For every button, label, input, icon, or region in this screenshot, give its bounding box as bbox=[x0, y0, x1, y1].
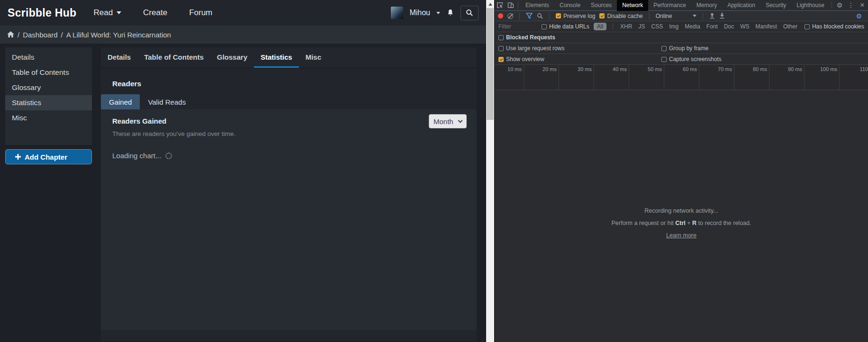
filter-type-xhr[interactable]: XHR bbox=[619, 23, 633, 30]
scrollbar-thumb[interactable] bbox=[487, 8, 494, 120]
avatar[interactable] bbox=[391, 7, 403, 19]
filter-input[interactable]: Filter bbox=[498, 23, 537, 30]
scribblehub-site: Scribble Hub Read Create Forum Mihou bbox=[0, 0, 486, 342]
recording-line: Recording network activity... bbox=[495, 205, 868, 217]
blocked-requests-checkbox[interactable]: Blocked Requests bbox=[498, 34, 555, 41]
capture-screenshots-checkbox[interactable]: Capture screenshots bbox=[661, 56, 722, 63]
sidebar-item-details[interactable]: Details bbox=[5, 50, 92, 65]
subtab-valid-reads[interactable]: Valid Reads bbox=[140, 94, 194, 109]
home-icon[interactable] bbox=[7, 31, 14, 38]
filter-type-other[interactable]: Other bbox=[782, 23, 798, 30]
timeline-tick: 30 ms bbox=[559, 65, 594, 90]
readers-section-title: Readers bbox=[112, 80, 477, 88]
add-chapter-button[interactable]: Add Chapter bbox=[5, 149, 92, 164]
sidebar-item-statistics[interactable]: Statistics bbox=[5, 95, 92, 110]
network-settings-gear-icon[interactable]: ⚙ bbox=[853, 10, 865, 21]
devtools-settings-gear-icon[interactable]: ⚙ bbox=[834, 0, 845, 11]
sidebar-item-toc[interactable]: Table of Contents bbox=[5, 65, 92, 80]
header-user-area: Mihou bbox=[391, 6, 479, 20]
sidebar-item-glossary[interactable]: Glossary bbox=[5, 80, 92, 95]
devtools-kebab-menu-icon[interactable]: ⋮ bbox=[845, 0, 857, 11]
readers-subtabs: Gained Valid Reads bbox=[101, 94, 477, 109]
inspect-element-icon[interactable] bbox=[495, 0, 506, 11]
scrollbar-up-arrow[interactable] bbox=[486, 0, 494, 8]
sidebar-item-misc[interactable]: Misc bbox=[5, 110, 92, 126]
nav-item-create[interactable]: Create bbox=[143, 8, 167, 18]
search-icon bbox=[466, 9, 473, 17]
devtools-tab-memory[interactable]: Memory bbox=[691, 0, 722, 11]
network-overview-timeline: 10 ms 20 ms 30 ms 40 ms 50 ms 60 ms 70 m… bbox=[495, 65, 868, 90]
tab-misc[interactable]: Misc bbox=[299, 47, 328, 68]
rows-options-row: Use large request rows Group by frame bbox=[495, 43, 868, 54]
group-by-frame-checkbox[interactable]: Group by frame bbox=[661, 45, 708, 52]
tab-details[interactable]: Details bbox=[101, 47, 137, 68]
devtools-tab-performance[interactable]: Performance bbox=[648, 0, 691, 11]
readers-gained-card: Readers Gained Month These are readers y… bbox=[101, 109, 477, 330]
timeline-tick: 60 ms bbox=[664, 65, 699, 90]
show-overview-checkbox[interactable]: Show overview bbox=[498, 56, 544, 63]
devtools-tab-network[interactable]: Network bbox=[617, 0, 648, 11]
user-menu-caret-icon[interactable] bbox=[436, 12, 440, 14]
timeline-tick: 100 ms bbox=[805, 65, 840, 90]
disable-cache-checkbox[interactable]: Disable cache bbox=[599, 13, 642, 19]
nav-item-read[interactable]: Read bbox=[93, 8, 121, 18]
blocked-requests-row: Blocked Requests bbox=[495, 32, 868, 43]
learn-more-link[interactable]: Learn more bbox=[666, 232, 696, 239]
filter-type-all[interactable]: All bbox=[594, 23, 606, 30]
nav-item-forum[interactable]: Forum bbox=[189, 8, 212, 18]
breadcrumb-separator: / bbox=[18, 31, 19, 39]
page-scrollbar[interactable] bbox=[486, 0, 494, 342]
filter-type-doc[interactable]: Doc bbox=[723, 23, 735, 30]
filter-type-css[interactable]: CSS bbox=[650, 23, 664, 30]
devtools-tabbar: Elements Console Sources Network Perform… bbox=[495, 0, 868, 11]
timeline-tick: 110 bbox=[840, 65, 868, 90]
site-logo[interactable]: Scribble Hub bbox=[8, 7, 76, 19]
preserve-log-checkbox[interactable]: Preserve log bbox=[556, 13, 595, 19]
devtools-tab-console[interactable]: Console bbox=[554, 0, 586, 11]
filter-type-media[interactable]: Media bbox=[684, 23, 701, 30]
chevron-down-icon bbox=[458, 118, 463, 123]
network-requests-area: Recording network activity... Perform a … bbox=[495, 90, 868, 342]
subtab-gained[interactable]: Gained bbox=[101, 94, 140, 109]
breadcrumb-dashboard[interactable]: Dashboard bbox=[23, 31, 57, 39]
export-har-icon[interactable] bbox=[719, 13, 725, 19]
username[interactable]: Mihou bbox=[409, 9, 430, 17]
search-icon[interactable] bbox=[537, 13, 543, 19]
throttling-select[interactable]: Online bbox=[656, 13, 696, 19]
breadcrumb-separator: / bbox=[61, 31, 63, 39]
filter-funnel-icon[interactable] bbox=[526, 13, 533, 19]
story-sidebar: Details Table of Contents Glossary Stati… bbox=[5, 47, 92, 145]
filter-type-manifest[interactable]: Manifest bbox=[755, 23, 778, 30]
network-filter-row: Filter Hide data URLs All XHR JS CSS Img… bbox=[495, 21, 868, 32]
period-select[interactable]: Month bbox=[429, 114, 467, 128]
devtools-tab-elements[interactable]: Elements bbox=[520, 0, 554, 11]
devtools-panel: Elements Console Sources Network Perform… bbox=[494, 0, 868, 342]
use-large-request-rows-checkbox[interactable]: Use large request rows bbox=[498, 45, 564, 52]
story-main-panel: Details Table of Contents Glossary Stati… bbox=[101, 47, 477, 341]
empty-state-message: Recording network activity... Perform a … bbox=[495, 205, 868, 242]
devtools-close-icon[interactable]: × bbox=[857, 0, 868, 11]
tab-statistics[interactable]: Statistics bbox=[254, 47, 299, 68]
filter-type-font[interactable]: Font bbox=[705, 23, 719, 30]
notifications-bell-icon[interactable] bbox=[446, 9, 454, 17]
chevron-down-icon bbox=[693, 15, 696, 17]
devtools-tab-application[interactable]: Application bbox=[722, 0, 760, 11]
devtools-tab-sources[interactable]: Sources bbox=[586, 0, 617, 11]
filter-type-js[interactable]: JS bbox=[637, 23, 646, 30]
devtools-tab-security[interactable]: Security bbox=[760, 0, 791, 11]
timeline-tick: 50 ms bbox=[629, 65, 664, 90]
search-button[interactable] bbox=[461, 6, 479, 20]
tab-glossary[interactable]: Glossary bbox=[210, 47, 254, 68]
main-nav: Read Create Forum bbox=[93, 8, 212, 18]
devtools-tab-lighthouse[interactable]: Lighthouse bbox=[791, 0, 830, 11]
tab-toc[interactable]: Table of Contents bbox=[137, 47, 210, 68]
clear-icon[interactable] bbox=[507, 13, 513, 19]
record-button[interactable] bbox=[498, 13, 503, 18]
timeline-tick: 80 ms bbox=[734, 65, 769, 90]
import-har-icon[interactable] bbox=[709, 13, 715, 19]
hide-data-urls-checkbox[interactable]: Hide data URLs bbox=[542, 23, 589, 30]
filter-type-ws[interactable]: WS bbox=[739, 23, 750, 30]
has-blocked-cookies-checkbox[interactable]: Has blocked cookies bbox=[805, 23, 864, 30]
device-toolbar-icon[interactable] bbox=[506, 0, 516, 11]
filter-type-img[interactable]: Img bbox=[668, 23, 679, 30]
